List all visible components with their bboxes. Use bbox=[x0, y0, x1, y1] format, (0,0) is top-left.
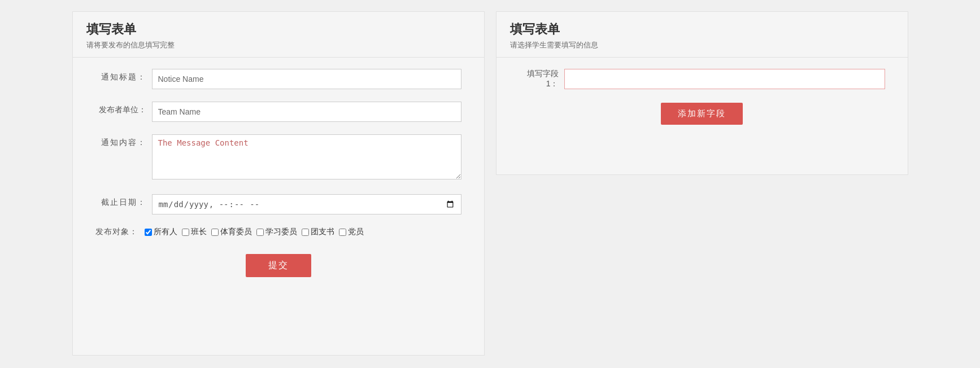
submit-button[interactable]: 提交 bbox=[246, 254, 311, 277]
checkbox-all-label: 所有人 bbox=[154, 227, 177, 237]
left-panel-title: 填写表单 bbox=[86, 21, 471, 38]
team-label: 发布者单位： bbox=[95, 102, 146, 115]
add-field-button[interactable]: 添加新字段 bbox=[661, 103, 743, 125]
deadline-input[interactable] bbox=[152, 194, 461, 214]
deadline-input-wrap bbox=[152, 194, 461, 214]
notice-input-wrap bbox=[152, 69, 461, 89]
right-panel-body: 填写字段1： 添加新字段 bbox=[496, 58, 908, 142]
field1-input[interactable] bbox=[564, 69, 885, 89]
checkbox-tzs-label: 团支书 bbox=[311, 227, 334, 237]
checkbox-bz-label: 班长 bbox=[191, 227, 207, 237]
left-panel-subtitle: 请将要发布的信息填写完整 bbox=[86, 40, 471, 50]
checkbox-tzs-input[interactable] bbox=[302, 229, 309, 236]
right-panel-header: 填写表单 请选择学生需要填写的信息 bbox=[496, 12, 908, 58]
checkbox-bz-input[interactable] bbox=[182, 229, 189, 236]
notice-row: 通知标题： bbox=[95, 69, 461, 89]
right-panel: 填写表单 请选择学生需要填写的信息 填写字段1： 添加新字段 bbox=[496, 11, 908, 175]
right-panel-subtitle: 请选择学生需要填写的信息 bbox=[510, 40, 894, 50]
checkbox-all[interactable]: 所有人 bbox=[145, 227, 177, 237]
checkbox-dy-label: 党员 bbox=[348, 227, 364, 237]
checkbox-xxwy-input[interactable] bbox=[256, 229, 264, 236]
publish-target-label: 发布对象： bbox=[95, 227, 138, 237]
field1-row: 填写字段1： bbox=[519, 69, 885, 89]
content-textarea[interactable] bbox=[152, 134, 461, 179]
team-row: 发布者单位： bbox=[95, 102, 461, 122]
checkbox-dy[interactable]: 党员 bbox=[339, 227, 364, 237]
checkbox-tywy[interactable]: 体育委员 bbox=[211, 227, 252, 237]
content-label: 通知内容： bbox=[95, 134, 146, 148]
content-textarea-wrap bbox=[152, 134, 461, 182]
checkbox-tywy-label: 体育委员 bbox=[220, 227, 252, 237]
checkbox-bz[interactable]: 班长 bbox=[182, 227, 207, 237]
checkbox-xxwy-label: 学习委员 bbox=[265, 227, 297, 237]
checkbox-all-input[interactable] bbox=[145, 229, 152, 236]
left-panel-header: 填写表单 请将要发布的信息填写完整 bbox=[73, 12, 484, 58]
checkbox-dy-input[interactable] bbox=[339, 229, 346, 236]
checkbox-tzs[interactable]: 团支书 bbox=[302, 227, 334, 237]
checkbox-tywy-input[interactable] bbox=[211, 229, 219, 236]
deadline-label: 截止日期： bbox=[95, 194, 146, 208]
notice-input[interactable] bbox=[152, 69, 461, 89]
publish-target-row: 发布对象： 所有人 班长 体育委员 学习委员 团支书 bbox=[95, 227, 461, 237]
checkbox-xxwy[interactable]: 学习委员 bbox=[256, 227, 297, 237]
deadline-row: 截止日期： bbox=[95, 194, 461, 214]
right-panel-title: 填写表单 bbox=[510, 21, 894, 38]
team-input-wrap bbox=[152, 102, 461, 122]
left-panel: 填写表单 请将要发布的信息填写完整 通知标题： 发布者单位： 通知内容： 截止 bbox=[72, 11, 485, 356]
notice-label: 通知标题： bbox=[95, 69, 146, 82]
left-panel-body: 通知标题： 发布者单位： 通知内容： 截止日期： bbox=[73, 58, 484, 294]
submit-row: 提交 bbox=[95, 254, 461, 277]
team-input[interactable] bbox=[152, 102, 461, 122]
content-row: 通知内容： bbox=[95, 134, 461, 182]
field1-label: 填写字段1： bbox=[519, 69, 559, 89]
